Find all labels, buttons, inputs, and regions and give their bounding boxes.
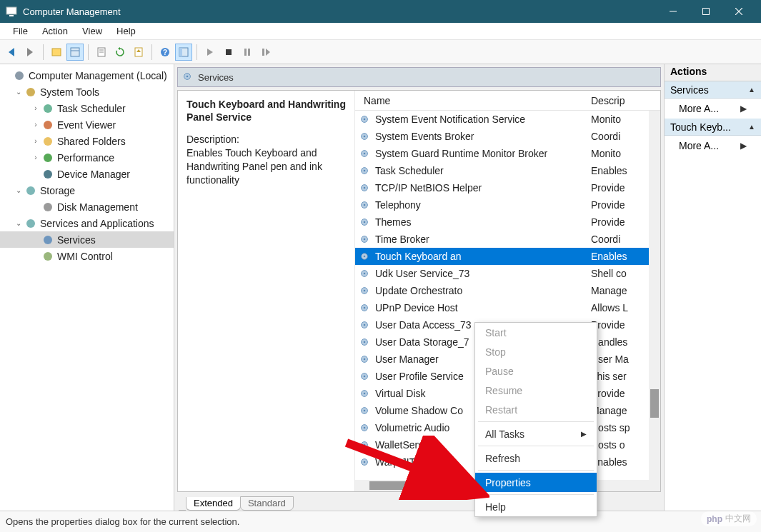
device-icon (41, 169, 54, 180)
tree-item-system-tools[interactable]: ⌄System Tools (0, 84, 174, 100)
menu-view[interactable]: View (75, 24, 109, 38)
tab-standard[interactable]: Standard (240, 496, 294, 511)
restart-service-button[interactable] (257, 44, 274, 61)
stop-service-button[interactable] (220, 44, 237, 61)
tree-toggle-icon[interactable]: › (31, 137, 40, 145)
tree-item-computer-management-local-[interactable]: Computer Management (Local) (0, 67, 174, 84)
refresh-button[interactable] (111, 44, 129, 61)
service-row[interactable]: System Event Notification ServiceMonito (355, 111, 660, 128)
gear-icon (359, 166, 372, 176)
context-menu-properties[interactable]: Properties (475, 473, 597, 492)
help-button[interactable]: ? (156, 44, 174, 61)
tree-item-device-manager[interactable]: Device Manager (0, 166, 174, 182)
tree-toggle-icon[interactable]: › (31, 121, 40, 129)
tree-toggle-icon[interactable]: ⌄ (14, 88, 23, 96)
column-description[interactable]: Descrip (588, 95, 660, 106)
service-row[interactable]: Touch Keyboard anEnables (355, 248, 660, 265)
service-name: Themes (372, 216, 588, 228)
statusbar: Opens the properties dialog box for the … (0, 511, 761, 532)
back-button[interactable] (3, 44, 20, 61)
actions-more-touchkeyb[interactable]: More A... ▶ (665, 136, 761, 156)
context-menu-help[interactable]: Help (475, 497, 597, 516)
folder-share-icon (41, 136, 54, 147)
tree-item-shared-folders[interactable]: ›Shared Folders (0, 133, 174, 149)
context-menu-all-tasks[interactable]: All Tasks▶ (475, 424, 597, 443)
service-name: System Events Broker (372, 131, 588, 142)
service-name: System Event Notification Service (372, 114, 588, 125)
tree-item-storage[interactable]: ⌄Storage (0, 182, 174, 199)
show-hide-tree-button[interactable] (48, 44, 65, 61)
properties-button[interactable] (93, 44, 110, 61)
svg-rect-0 (6, 7, 16, 14)
tree-toggle-icon[interactable]: ⌄ (14, 219, 23, 227)
menu-help[interactable]: Help (109, 24, 143, 38)
service-row[interactable]: Udk User Service_73Shell co (355, 265, 660, 282)
svg-text:?: ? (163, 49, 167, 56)
clock-icon (41, 103, 54, 114)
svg-rect-25 (262, 49, 264, 56)
actions-more-services[interactable]: More A... ▶ (665, 99, 761, 119)
service-row[interactable]: UPnP Device HostAllows L (355, 299, 660, 316)
pause-service-button[interactable] (239, 44, 256, 61)
minimize-button[interactable] (657, 0, 690, 23)
gear-icon (359, 303, 372, 313)
services-app-icon (24, 218, 37, 229)
gear-icon (359, 371, 372, 381)
tree-item-label: Disk Management (57, 201, 138, 213)
svg-marker-21 (207, 49, 213, 56)
show-hide-action-button[interactable] (66, 44, 84, 61)
menu-file[interactable]: File (6, 24, 35, 38)
service-name: Udk User Service_73 (372, 268, 588, 279)
tree-item-wmi-control[interactable]: WMI Control (0, 248, 174, 264)
context-menu-refresh[interactable]: Refresh (475, 448, 597, 468)
svg-point-31 (44, 137, 52, 146)
menu-action[interactable]: Action (35, 24, 75, 38)
column-name[interactable]: Name (355, 95, 588, 106)
tree-toggle-icon[interactable]: › (31, 154, 40, 161)
tree-item-services-and-applications[interactable]: ⌄Services and Applications (0, 215, 174, 231)
menubar: File Action View Help (0, 23, 761, 40)
forward-button[interactable] (21, 44, 39, 61)
service-row[interactable]: System Events BrokerCoordi (355, 128, 660, 145)
start-service-button[interactable] (202, 44, 219, 61)
context-menu-separator (478, 494, 594, 495)
service-row[interactable]: ThemesProvide (355, 214, 660, 231)
tree-item-task-scheduler[interactable]: ›Task Scheduler (0, 100, 174, 116)
tree-item-label: Performance (57, 152, 114, 164)
watermark-cn: 中文网 (725, 513, 751, 525)
svg-marker-6 (9, 48, 14, 56)
svg-point-54 (364, 221, 366, 224)
svg-point-36 (26, 219, 35, 228)
tree-item-services[interactable]: Services (0, 231, 174, 248)
column-headers[interactable]: Name Descrip (355, 91, 660, 111)
export-list-button[interactable] (130, 44, 147, 61)
actions-link-label: More A... (679, 103, 719, 114)
service-row[interactable]: System Guard Runtime Monitor BrokerMonit… (355, 145, 660, 162)
service-row[interactable]: Time BrokerCoordi (355, 231, 660, 248)
context-menu: StartStopPauseResumeRestartAll Tasks▶Ref… (474, 322, 597, 517)
tree-item-disk-management[interactable]: Disk Management (0, 199, 174, 215)
tree-item-performance[interactable]: ›Performance (0, 149, 174, 166)
actions-section-services[interactable]: Services ▲ (665, 81, 761, 99)
actions-section-touchkeyb[interactable]: Touch Keyb... ▲ (665, 119, 761, 136)
vertical-scrollbar[interactable] (649, 111, 660, 491)
tree-item-event-viewer[interactable]: ›Event Viewer (0, 116, 174, 133)
service-row[interactable]: Task SchedulerEnables (355, 162, 660, 179)
tree-toggle-icon[interactable]: › (31, 104, 40, 112)
maximize-button[interactable] (690, 0, 722, 23)
services-header-label: Services (198, 72, 234, 83)
show-hide-console-tree-button[interactable] (175, 44, 192, 61)
service-name: System Guard Runtime Monitor Broker (372, 148, 588, 159)
service-row[interactable]: TCP/IP NetBIOS HelperProvide (355, 179, 660, 196)
tab-extended[interactable]: Extended (186, 497, 241, 511)
gear-icon (359, 457, 372, 467)
service-row[interactable]: Update OrchestratoManage (355, 282, 660, 299)
gear-icon (359, 268, 372, 278)
close-button[interactable] (722, 0, 755, 23)
context-menu-label: Start (485, 327, 507, 338)
svg-point-42 (364, 119, 366, 121)
svg-point-82 (364, 461, 366, 463)
tree-toggle-icon[interactable]: ⌄ (14, 186, 23, 194)
service-row[interactable]: TelephonyProvide (355, 196, 660, 214)
svg-point-72 (364, 376, 366, 378)
